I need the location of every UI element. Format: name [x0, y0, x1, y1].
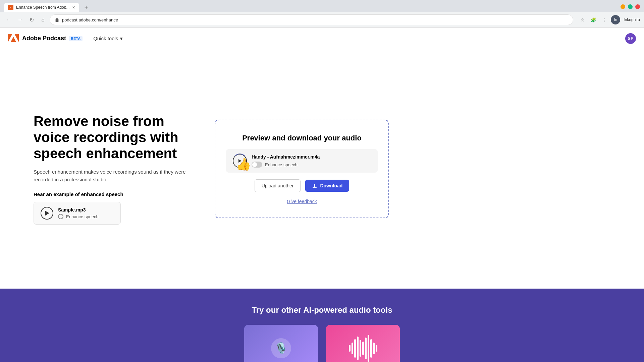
- browser-titlebar: A Enhance Speech from Adob... × +: [0, 0, 644, 12]
- nav-back-button[interactable]: ←: [4, 15, 13, 24]
- new-tab-button[interactable]: +: [82, 4, 91, 11]
- svg-marker-4: [11, 37, 16, 42]
- app-name: Adobe Podcast: [22, 35, 66, 42]
- lock-icon: [55, 17, 59, 22]
- window-minimize[interactable]: [621, 4, 625, 9]
- enhance-toggle-switch[interactable]: [252, 162, 262, 168]
- bookmark-icon[interactable]: ☆: [578, 15, 587, 24]
- main-heading: Remove noise from voice recordings with …: [34, 113, 195, 162]
- audio-enhance-toggle: Enhance speech: [252, 162, 371, 168]
- upload-another-button[interactable]: Upload another: [255, 179, 301, 192]
- browser-toolbar-icons: ☆ 🧩 ⋮: [578, 15, 609, 24]
- wave-bar-6: [362, 342, 364, 355]
- wave-bar-7: [365, 338, 367, 359]
- loading-ring: [232, 154, 247, 168]
- enhance-toggle: Enhance speech: [58, 214, 99, 219]
- tool-card-waveform[interactable]: [326, 325, 400, 362]
- example-label: Hear an example of enhanced speech: [34, 191, 195, 197]
- sample-player: Sample.mp3 Enhance speech: [34, 202, 121, 225]
- wave-bar-1: [349, 345, 351, 352]
- window-maximize[interactable]: [628, 4, 633, 9]
- audio-filename: Handy - Aufnahmezimmer.m4a: [252, 154, 371, 160]
- toggle-knob: [252, 162, 257, 167]
- browser-chrome: A Enhance Speech from Adob... × + ← → ↻ …: [0, 0, 644, 28]
- audio-item: Handy - Aufnahmezimmer.m4a Enhance speec…: [226, 149, 378, 173]
- download-button-label: Download: [320, 183, 342, 188]
- adobe-logo-svg: [8, 33, 19, 43]
- wave-bar-11: [376, 345, 377, 352]
- tab-title: Enhance Speech from Adob...: [16, 5, 69, 10]
- adobe-logo[interactable]: [8, 33, 19, 45]
- browser-profile-avatar[interactable]: In: [611, 15, 620, 24]
- nav-home-button[interactable]: ⌂: [38, 15, 48, 24]
- preview-title: Preview and download your audio: [242, 134, 362, 142]
- browser-controls-bar: ← → ↻ ⌂ podcast.adobe.com/enhance ☆ 🧩 ⋮ …: [0, 12, 644, 27]
- quick-tools-button[interactable]: Quick tools ▾: [89, 33, 127, 44]
- user-avatar-button[interactable]: SP: [625, 33, 636, 44]
- tab-favicon: A: [8, 5, 13, 10]
- tools-grid: 🎙️: [7, 325, 637, 362]
- right-section: Preview and download your audio Handy - …: [215, 120, 389, 218]
- chevron-down-icon: ▾: [120, 36, 123, 42]
- beta-badge: BETA: [69, 36, 83, 41]
- download-icon: [312, 183, 317, 188]
- download-button[interactable]: Download: [305, 180, 349, 192]
- wave-bar-4: [357, 337, 359, 360]
- wave-bar-5: [360, 340, 361, 357]
- extensions-icon[interactable]: 🧩: [589, 15, 598, 24]
- audio-play-button[interactable]: [233, 154, 247, 168]
- sample-filename: Sample.mp3: [58, 207, 99, 213]
- toggle-circle-icon: [58, 214, 63, 219]
- enhance-toggle-label: Enhance speech: [66, 214, 99, 219]
- wave-bar-10: [373, 343, 375, 354]
- avatar-initials: SP: [628, 36, 633, 41]
- preview-panel: Preview and download your audio Handy - …: [215, 120, 389, 218]
- sample-play-button[interactable]: [41, 207, 53, 220]
- nav-forward-button[interactable]: →: [15, 15, 25, 24]
- left-section: Remove noise from voice recordings with …: [34, 113, 195, 225]
- address-bar[interactable]: podcast.adobe.com/enhance: [50, 14, 573, 25]
- browser-tab-active[interactable]: A Enhance Speech from Adob... ×: [4, 3, 79, 12]
- wave-bar-9: [370, 339, 372, 358]
- main-content: Remove noise from voice recordings with …: [0, 49, 644, 289]
- wave-bar-8: [368, 335, 369, 362]
- header-right: SP: [625, 33, 636, 44]
- svg-rect-6: [313, 187, 317, 188]
- sample-info: Sample.mp3 Enhance speech: [58, 207, 99, 219]
- svg-text:A: A: [9, 6, 11, 9]
- play-icon: [45, 211, 49, 216]
- main-description: Speech enhancement makes voice recording…: [34, 168, 195, 183]
- quick-tools-label: Quick tools: [93, 36, 118, 41]
- mic-icon: 🎙️: [274, 342, 288, 355]
- action-buttons: Upload another Download: [226, 179, 378, 192]
- app-header: Adobe Podcast BETA Quick tools ▾ SP: [0, 28, 644, 49]
- record-icon: 🎙️: [271, 338, 291, 358]
- tool-card-record[interactable]: 🎙️: [244, 325, 318, 362]
- wave-bar-2: [352, 343, 353, 354]
- bottom-title: Try our other AI-powered audio tools: [7, 305, 637, 315]
- audio-item-container: Handy - Aufnahmezimmer.m4a Enhance speec…: [226, 149, 378, 173]
- give-feedback-link[interactable]: Give feedback: [287, 199, 317, 204]
- nav-reload-button[interactable]: ↻: [27, 15, 36, 24]
- url-text: podcast.adobe.com/enhance: [62, 17, 118, 22]
- window-close[interactable]: [635, 4, 640, 9]
- waveform-visual: [345, 331, 381, 362]
- audio-enhance-label: Enhance speech: [265, 162, 298, 167]
- profile-initials: In: [614, 17, 617, 22]
- wave-bar-3: [354, 339, 356, 358]
- bottom-section: Try our other AI-powered audio tools 🎙️: [0, 289, 644, 362]
- settings-icon[interactable]: ⋮: [599, 15, 609, 24]
- profile-name: Inkognito: [624, 17, 640, 22]
- audio-info: Handy - Aufnahmezimmer.m4a Enhance speec…: [252, 154, 371, 168]
- tab-close-icon[interactable]: ×: [72, 5, 75, 10]
